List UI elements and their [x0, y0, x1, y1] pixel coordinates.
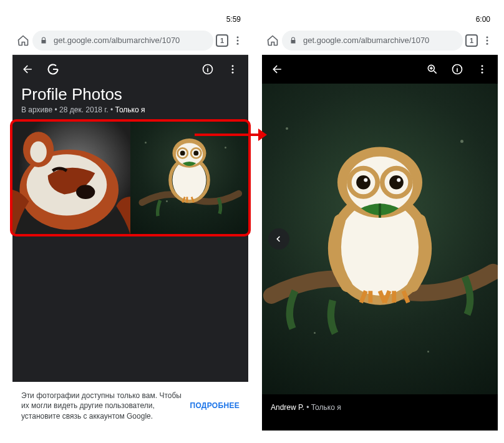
svg-point-4	[232, 65, 234, 67]
svg-point-0	[237, 36, 239, 38]
owl-illustration	[130, 122, 248, 234]
svg-point-19	[180, 150, 185, 155]
svg-point-2	[237, 42, 239, 44]
svg-point-22	[487, 39, 488, 41]
svg-point-23	[487, 42, 488, 44]
url-text: get.google.com/albumarchive/1070	[54, 36, 180, 45]
home-icon[interactable]	[266, 34, 279, 47]
album-title: Profile Photos	[12, 82, 248, 105]
svg-point-36	[389, 175, 404, 190]
photo-grid	[12, 122, 248, 234]
privacy-banner-learn-more[interactable]: ПОДРОБНЕЕ	[190, 401, 240, 411]
status-time: 6:00	[476, 15, 490, 24]
svg-point-26	[482, 65, 483, 67]
home-icon[interactable]	[16, 34, 30, 47]
info-icon[interactable]	[201, 62, 215, 76]
lock-icon	[40, 36, 49, 45]
album-view: Profile Photos В архиве • 28 дек. 2018 г…	[12, 55, 248, 431]
viewer-header	[262, 55, 498, 84]
svg-point-20	[193, 150, 198, 155]
lock-icon	[289, 36, 298, 45]
address-bar[interactable]: get.google.com/albumarchive/1070	[282, 31, 463, 51]
svg-point-27	[482, 69, 483, 71]
google-g-icon	[46, 62, 60, 76]
status-bar: 5:59	[12, 12, 248, 26]
viewer-canvas[interactable]	[262, 84, 498, 394]
tab-switcher[interactable]: 1	[465, 34, 478, 47]
svg-point-6	[232, 72, 234, 74]
privacy-banner: Эти фотографии доступны только вам. Чтоб…	[12, 382, 248, 431]
red-panda-photo	[12, 122, 130, 234]
more-icon[interactable]	[226, 62, 240, 76]
album-header	[12, 55, 248, 82]
viewer-footer: Andrew P. • Только я	[262, 394, 498, 431]
svg-point-37	[364, 178, 367, 182]
photo-privacy: Только я	[311, 403, 341, 412]
photo-thumb-1[interactable]	[12, 122, 130, 234]
url-text: get.google.com/albumarchive/1070	[303, 36, 429, 45]
svg-point-12	[76, 185, 95, 199]
tab-switcher[interactable]: 1	[216, 34, 228, 47]
svg-point-21	[487, 36, 488, 38]
photo-thumb-2[interactable]	[130, 122, 248, 234]
privacy-banner-text: Эти фотографии доступны только вам. Чтоб…	[21, 391, 182, 422]
previous-photo-button[interactable]	[268, 228, 289, 250]
svg-point-1	[237, 39, 239, 41]
info-icon[interactable]	[450, 62, 464, 76]
photo-author: Andrew P.	[271, 403, 304, 412]
more-icon[interactable]	[475, 62, 489, 76]
browser-menu-icon[interactable]	[480, 35, 494, 46]
phone-screen-album: 5:59 get.google.com/albumarchive/1070 1	[12, 12, 248, 431]
address-bar[interactable]: get.google.com/albumarchive/1070	[32, 31, 213, 51]
svg-point-11	[30, 141, 46, 162]
svg-point-28	[482, 72, 483, 74]
svg-point-35	[356, 175, 371, 190]
status-time: 5:59	[226, 15, 241, 24]
album-meta-archived: В архиве	[21, 105, 52, 114]
photo-viewer: Andrew P. • Только я	[262, 55, 498, 431]
album-meta-privacy: Только я	[115, 105, 145, 114]
browser-menu-icon[interactable]	[231, 35, 245, 46]
zoom-icon[interactable]	[425, 62, 439, 76]
svg-point-5	[232, 69, 234, 71]
album-meta: В архиве • 28 дек. 2018 г. • Только я	[12, 105, 248, 122]
browser-toolbar: get.google.com/albumarchive/1070 1	[262, 26, 498, 55]
svg-point-38	[397, 178, 400, 182]
back-icon[interactable]	[21, 62, 35, 76]
status-bar: 6:00	[262, 12, 498, 26]
phone-screen-viewer: 6:00 get.google.com/albumarchive/1070 1	[262, 12, 498, 431]
album-meta-date: 28 дек. 2018 г.	[59, 105, 109, 114]
owl-illustration-full	[262, 84, 498, 394]
browser-toolbar: get.google.com/albumarchive/1070 1	[12, 26, 248, 55]
back-icon[interactable]	[271, 62, 284, 76]
